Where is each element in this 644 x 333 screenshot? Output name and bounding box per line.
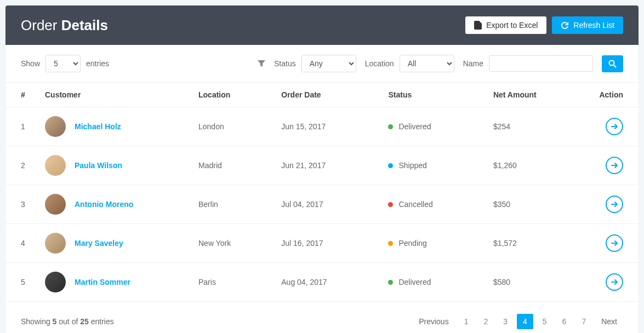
header-bar: Order Details Export to Excel Refresh Li…	[5, 5, 639, 45]
view-action-button[interactable]	[606, 196, 623, 213]
table-row: 1 Michael Holz London Jun 15, 2017 Deliv…	[5, 107, 639, 146]
table-row: 2 Paula Wilson Madrid Jun 21, 2017 Shipp…	[5, 146, 639, 185]
row-status: Delivered	[388, 122, 480, 131]
customer-link[interactable]: Paula Wilson	[75, 161, 122, 170]
filter-icon[interactable]	[258, 60, 265, 67]
view-action-button[interactable]	[606, 273, 623, 291]
name-input[interactable]	[489, 55, 593, 72]
customer-link[interactable]: Martin Sommer	[75, 278, 130, 286]
status-dot-icon	[388, 163, 393, 168]
file-icon	[474, 21, 482, 30]
status-text: Cancelled	[398, 200, 432, 209]
export-excel-button[interactable]: Export to Excel	[465, 16, 546, 34]
customer-link[interactable]: Antonio Moreno	[75, 200, 133, 209]
page-6[interactable]: 6	[556, 314, 573, 329]
row-num: 1	[5, 107, 38, 146]
row-date: Jul 16, 2017	[275, 224, 381, 263]
page-1[interactable]: 1	[458, 314, 475, 329]
refresh-label: Refresh List	[573, 21, 614, 30]
row-status: Pending	[388, 239, 480, 248]
entries-label: entries	[86, 59, 109, 68]
row-num: 3	[5, 185, 38, 224]
row-num: 2	[5, 146, 38, 185]
col-action: Action	[589, 83, 639, 107]
location-select[interactable]: All	[400, 55, 454, 72]
table-row: 3 Antonio Moreno Berlin Jul 04, 2017 Can…	[5, 185, 639, 224]
page-2[interactable]: 2	[477, 314, 494, 329]
status-text: Delivered	[398, 122, 431, 131]
avatar	[45, 155, 66, 176]
arrow-right-icon	[610, 161, 619, 170]
page-next[interactable]: Next	[595, 314, 623, 329]
entries-select[interactable]: 5	[45, 55, 81, 72]
status-text: Pending	[398, 239, 426, 248]
row-date: Aug 04, 2017	[275, 263, 381, 302]
table-footer: Showing 5 out of 25 entries Previous1234…	[5, 302, 639, 333]
orders-table: # Customer Location Order Date Status Ne…	[5, 83, 639, 302]
customer-link[interactable]: Mary Saveley	[75, 239, 123, 248]
refresh-list-button[interactable]: Refresh List	[552, 16, 623, 34]
avatar	[45, 194, 66, 215]
row-status: Delivered	[388, 278, 480, 286]
title-light: Order	[21, 17, 61, 33]
view-action-button[interactable]	[606, 157, 623, 174]
filter-bar: Show 5 entries Status Any Location All N…	[5, 45, 639, 83]
avatar	[45, 233, 66, 254]
table-row: 5 Martin Sommer Paris Aug 04, 2017 Deliv…	[5, 263, 639, 302]
row-amount: $580	[487, 263, 589, 302]
row-status: Cancelled	[388, 200, 480, 209]
svg-line-1	[614, 65, 616, 67]
row-location: London	[192, 107, 275, 146]
arrow-right-icon	[610, 122, 619, 131]
col-location: Location	[192, 83, 275, 107]
refresh-icon	[561, 21, 569, 30]
row-location: Madrid	[192, 146, 275, 185]
row-location: Berlin	[192, 185, 275, 224]
row-status: Shipped	[388, 161, 480, 170]
avatar	[45, 116, 66, 137]
page-5[interactable]: 5	[537, 314, 553, 329]
col-date: Order Date	[275, 83, 381, 107]
row-amount: $1,572	[487, 224, 589, 263]
customer-link[interactable]: Michael Holz	[75, 122, 121, 131]
avatar	[45, 272, 66, 292]
status-dot-icon	[388, 280, 393, 285]
row-date: Jun 21, 2017	[275, 146, 381, 185]
name-filter: Name	[463, 55, 593, 72]
row-amount: $1,260	[487, 146, 589, 185]
page-4[interactable]: 4	[517, 314, 533, 329]
customer-cell: Paula Wilson	[45, 155, 185, 176]
customer-cell: Michael Holz	[45, 116, 185, 137]
status-filter: Status Any	[274, 55, 356, 72]
arrow-right-icon	[610, 278, 619, 286]
status-text: Shipped	[398, 161, 426, 170]
results-summary: Showing 5 out of 25 entries	[21, 317, 114, 326]
customer-cell: Mary Saveley	[45, 233, 185, 254]
row-date: Jun 15, 2017	[275, 107, 381, 146]
status-dot-icon	[388, 241, 393, 246]
entries-filter: Show 5 entries	[21, 55, 109, 72]
table-header-row: # Customer Location Order Date Status Ne…	[5, 83, 639, 107]
table-row: 4 Mary Saveley New York Jul 16, 2017 Pen…	[5, 224, 639, 263]
customer-cell: Antonio Moreno	[45, 194, 185, 215]
search-button[interactable]	[602, 55, 623, 72]
col-customer: Customer	[38, 83, 192, 107]
pagination: Previous1234567Next	[413, 314, 623, 329]
status-dot-icon	[388, 202, 393, 207]
row-amount: $350	[487, 185, 589, 224]
name-label: Name	[463, 59, 483, 68]
status-dot-icon	[388, 124, 393, 129]
arrow-right-icon	[610, 239, 619, 248]
status-text: Delivered	[398, 278, 431, 286]
row-date: Jul 04, 2017	[275, 185, 381, 224]
page-previous[interactable]: Previous	[413, 314, 454, 329]
page-title: Order Details	[21, 17, 108, 34]
view-action-button[interactable]	[606, 234, 623, 252]
col-num: #	[5, 83, 38, 107]
title-bold: Details	[61, 17, 108, 33]
page-3[interactable]: 3	[497, 314, 514, 329]
status-select[interactable]: Any	[301, 55, 356, 72]
view-action-button[interactable]	[606, 118, 623, 135]
arrow-right-icon	[610, 200, 619, 209]
page-7[interactable]: 7	[575, 314, 592, 329]
